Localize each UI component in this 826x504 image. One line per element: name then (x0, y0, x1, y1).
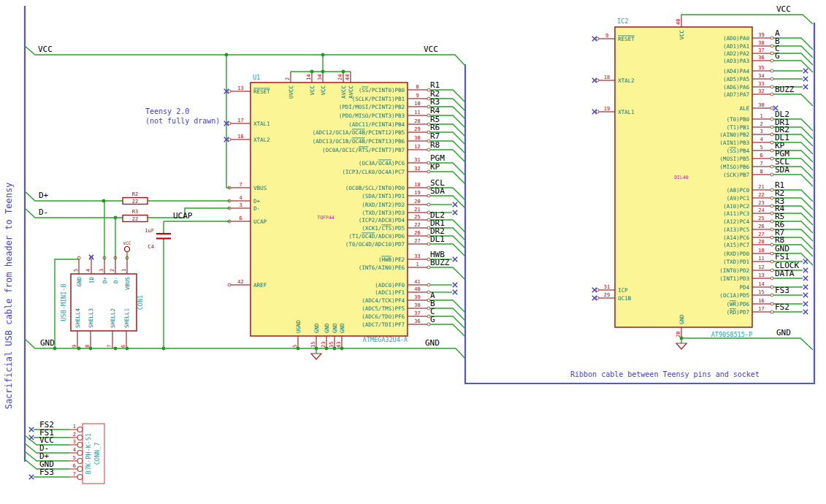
pin-number: 5 (760, 145, 762, 150)
pin-name: (AD0)PA0 (723, 35, 750, 42)
pin-name: GND (324, 323, 330, 333)
pin-number: 3 (239, 202, 242, 208)
net-label: FS3 (39, 467, 54, 477)
pin-number: 37 (414, 310, 420, 316)
pin-name: VCC (320, 85, 326, 96)
net-label: UCAP (173, 211, 193, 221)
junction-dot (315, 347, 318, 351)
pin-name: (ICP2/ADC8)PD4 (359, 217, 405, 224)
pin-end (770, 196, 773, 199)
schematic-drawing: U1ATMEGA32U4-ATQFP4413RESET17XTAL116XTAL… (0, 0, 826, 504)
pin-name: (INT1)PD3 (719, 275, 749, 282)
pin-name: XTAL1 (618, 109, 635, 115)
pin-end (770, 77, 773, 80)
pin-end (770, 310, 773, 313)
pin-number: 13 (758, 272, 764, 278)
pin-number: 22 (758, 192, 764, 198)
pin-name: (A13)PC5 (723, 226, 749, 233)
net-label: DATA (775, 269, 795, 278)
pin-number: 4 (73, 447, 76, 453)
junction-dot (89, 347, 93, 351)
pin-end (770, 59, 773, 62)
pin-number: 17 (758, 306, 764, 312)
pin-end (770, 107, 773, 110)
pin-number: 30 (414, 135, 420, 141)
pin-name: (A14)PC6 (723, 234, 750, 241)
pin-number: 26 (758, 224, 764, 229)
pin-name: VBUS (253, 185, 267, 191)
pin-name: (ADC6/TDO)PF6 (362, 313, 405, 320)
net-label: G (775, 51, 780, 61)
pin-name: GND (678, 314, 685, 324)
no-connect-icon (803, 85, 808, 89)
resistor-r3-value: 22 (132, 216, 138, 222)
pin-name: (XCK1/CTS)PD5 (362, 225, 405, 232)
net-label: FS2 (775, 302, 789, 312)
pin-end (770, 243, 773, 246)
pin-name: (ADC4/TCK)PF4 (362, 297, 405, 304)
pin-number: 34 (758, 73, 764, 79)
pin-name: (SS/PCINT0)PB0 (359, 87, 405, 93)
pin-end (596, 110, 599, 113)
pin-name: (WR)PD6 (726, 301, 749, 308)
pin-number: 19 (414, 190, 420, 196)
junction-dot (680, 337, 684, 340)
pin-number: 19 (604, 106, 610, 112)
pin-number: 33 (758, 81, 764, 87)
pin-end (770, 236, 773, 239)
pin-name: D- (253, 205, 260, 212)
pin-number: 9 (605, 33, 608, 39)
pin-number: 4 (760, 137, 762, 142)
pin-number: 27 (758, 232, 764, 237)
component-ic2-reference: IC2 (617, 18, 628, 25)
net-label: VCC (38, 45, 53, 54)
pin-end (770, 302, 773, 305)
wire (681, 338, 813, 350)
wire (773, 94, 813, 106)
pin-number: 39 (414, 294, 420, 300)
pin-end (770, 188, 773, 191)
pin-end (770, 85, 773, 88)
pin-name: (RD)PD7 (726, 309, 749, 316)
pin-number: 41 (414, 279, 420, 285)
pin-number: 5 (73, 269, 79, 272)
pin-circle (77, 467, 83, 472)
no-connect-icon (803, 302, 808, 306)
no-connect-icon (803, 77, 808, 81)
pin-name: GND (313, 323, 320, 333)
pin-end (770, 69, 773, 72)
net-label: VCC (776, 4, 791, 14)
pin-end (770, 269, 773, 272)
pin-number: 1 (416, 261, 418, 267)
junction-dot (162, 347, 166, 351)
net-label: FS3 (775, 286, 789, 295)
pin-end (770, 277, 773, 280)
pin-end (770, 286, 773, 289)
junction-dot (225, 53, 229, 57)
resistor-r2-value: 22 (132, 199, 138, 205)
pin-number: 29 (604, 292, 610, 298)
note-text: Ribbon cable between Teensy pins and soc… (570, 370, 760, 378)
wire (681, 15, 813, 24)
pin-name: (SCLK/PCINT1)PB1 (352, 96, 405, 102)
pin-number: 12 (758, 264, 764, 270)
component-conn7-value: B7K-PH-K-S1 (85, 433, 92, 474)
pin-number: 38 (414, 302, 420, 308)
pin-number: 43 (336, 342, 342, 348)
net-label: BUZZ (775, 85, 795, 94)
pin-name: (OC0B/SCL/INT0)PD0 (345, 185, 405, 191)
junction-dot (321, 53, 325, 57)
component-u1-value: ATMEGA32U4-A (363, 336, 408, 343)
net-label: SDA (775, 165, 789, 175)
pin-name: (ADC12/OC1A/OC4B/PCINT12)PB5 (313, 129, 405, 136)
net-label: KP (430, 162, 440, 172)
no-connect-icon (453, 202, 457, 207)
pin-number: 11 (414, 110, 420, 115)
junction-dot (310, 70, 314, 74)
no-connect-icon (803, 285, 808, 289)
pin-number: 16 (237, 134, 243, 140)
no-connect-icon (29, 427, 34, 432)
pin-name: UVCC (288, 85, 294, 99)
junction-dot (114, 216, 118, 220)
pin-end (770, 52, 773, 55)
